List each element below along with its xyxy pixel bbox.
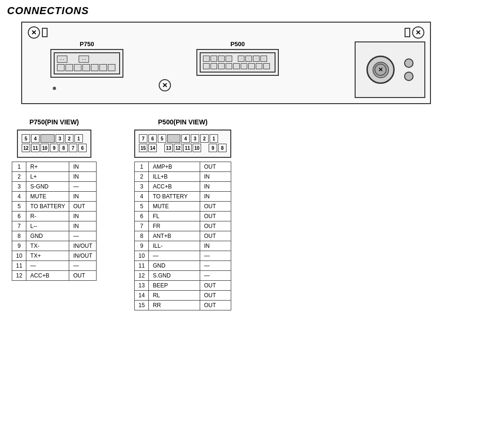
p750-pin-11: 11: [31, 144, 40, 152]
p750-pin-5: 5: [22, 134, 30, 143]
p750-pin-diagram: 5 4 3 2 1 12 11 10 9 8 7 6: [17, 130, 91, 158]
p750-pin-9: 9: [50, 144, 58, 152]
p500-pin-4: 4: [181, 134, 190, 143]
table-row: 11——: [12, 261, 97, 271]
table-row: 11GND—: [135, 261, 231, 271]
table-row: 12S.GND—: [135, 271, 231, 281]
small-rect-right: [405, 28, 410, 37]
p500-pin-7: 7: [139, 134, 147, 143]
p750-pin-1: 1: [74, 134, 83, 143]
table-row: 5TO BATTERYOUT: [12, 202, 97, 212]
p500-pin-10d: 10: [193, 144, 201, 152]
p750-diagram-label: P750: [50, 41, 123, 48]
table-row: 8ANT+BOUT: [135, 231, 231, 241]
table-row: 6FLOUT: [135, 212, 231, 221]
table-row: 3ACC+BIN: [135, 182, 231, 192]
p750-pin-4: 4: [31, 134, 40, 143]
p750-gap-1: [41, 134, 55, 143]
small-circle-2: [404, 72, 414, 81]
table-row: 12ACC+BOUT: [12, 271, 97, 281]
big-circle: ✕: [366, 56, 395, 84]
table-row: 5MUTEOUT: [135, 202, 231, 212]
x-circle-right: ✕: [412, 26, 424, 39]
p500-pin-6: 6: [148, 134, 157, 143]
p500-pin-13: 13: [164, 144, 173, 152]
table-row: 7FROUT: [135, 221, 231, 231]
table-row: 3S-GND—: [12, 182, 97, 192]
table-row: 1R+IN: [12, 162, 97, 172]
p500-pin-9d: 9: [209, 144, 217, 152]
x-circle-middle: ✕: [159, 79, 171, 91]
p500-pin-11d: 11: [183, 144, 192, 152]
table-row: 6R-IN: [12, 212, 97, 221]
table-row: 4TO BATTERYIN: [135, 192, 231, 202]
small-rect-left: [42, 28, 48, 37]
p500-pin-1: 1: [210, 134, 218, 143]
x-circle-left: ✕: [28, 26, 40, 39]
table-row: 2ILL+BIN: [135, 172, 231, 182]
p750-pin-view-label: P750(PIN VIEW): [30, 118, 79, 126]
p500-pin-12d: 12: [174, 144, 182, 152]
right-connector-section: ✕: [355, 41, 425, 98]
p750-pin-7: 7: [69, 144, 77, 152]
page-title: CONNECTIONS: [7, 5, 496, 17]
table-row: 9TX-IN/OUT: [12, 241, 97, 251]
p500-section: P500(PIN VIEW) 7 6 5 4 3 2 1 15 14 13 12: [134, 118, 231, 310]
p750-pin-10: 10: [41, 144, 49, 152]
table-row: 15RROUT: [135, 301, 231, 310]
p750-pin-6: 6: [78, 144, 87, 152]
p500-pin-view-label: P500(PIN VIEW): [158, 118, 208, 126]
p500-diagram-label: P500: [196, 41, 279, 48]
table-row: 14RLOUT: [135, 291, 231, 301]
p750-pin-12: 12: [22, 144, 30, 152]
table-row: 2L+IN: [12, 172, 97, 182]
connector-diagram: ✕ ✕ P750 - - - -: [21, 22, 431, 104]
table-row: 10——: [135, 251, 231, 261]
p750-pin-8: 8: [59, 144, 68, 152]
table-row: 13BEEPOUT: [135, 281, 231, 291]
p500-bar-1: [167, 134, 180, 143]
p500-pin-5: 5: [158, 134, 166, 143]
p500-pin-15: 15: [139, 144, 147, 152]
p750-table: 1R+IN2L+IN3S-GND—4MUTEIN5TO BATTERYOUT6R…: [12, 162, 97, 281]
table-row: 4MUTEIN: [12, 192, 97, 202]
p750-pin-2: 2: [65, 134, 73, 143]
tables-section: P750(PIN VIEW) 5 4 3 2 1 12 11 10 9 8 7 …: [12, 118, 496, 310]
table-row: 7L--IN: [12, 221, 97, 231]
small-circles-group: [404, 58, 414, 81]
p500-pin-8d: 8: [218, 144, 227, 152]
p750-pin-3: 3: [56, 134, 64, 143]
dot-left: [53, 87, 56, 90]
table-row: 1AMP+BOUT: [135, 162, 231, 172]
p500-pin-diagram: 7 6 5 4 3 2 1 15 14 13 12 11 10 9 8: [134, 130, 231, 158]
p750-section: P750(PIN VIEW) 5 4 3 2 1 12 11 10 9 8 7 …: [12, 118, 97, 310]
p500-pin-2: 2: [200, 134, 209, 143]
table-row: 8GND—: [12, 231, 97, 241]
table-row: 10TX+IN/OUT: [12, 251, 97, 261]
p500-pin-14: 14: [148, 144, 157, 152]
table-row: 9ILL-IN: [135, 241, 231, 251]
p500-pin-3: 3: [191, 134, 199, 143]
small-circle-1: [404, 58, 414, 68]
p500-table: 1AMP+BOUT2ILL+BIN3ACC+BIN4TO BATTERYIN5M…: [134, 162, 231, 310]
